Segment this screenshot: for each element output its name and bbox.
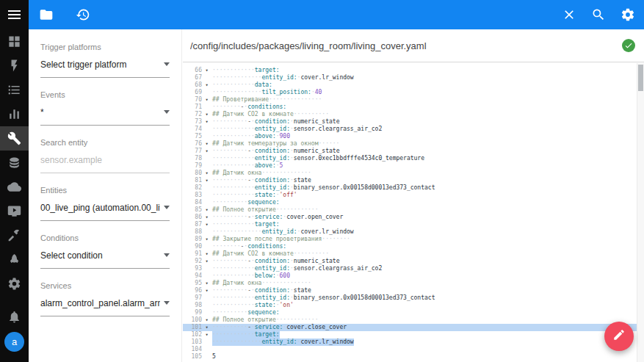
fold-arrow-icon[interactable]: ▾: [202, 140, 211, 148]
menu-icon[interactable]: [0, 4, 29, 25]
fold-arrow-icon[interactable]: ▾: [202, 331, 211, 339]
code-line[interactable]: 96▾··········-·condition:·state: [183, 287, 637, 294]
code-line[interactable]: 84··········sequence:: [183, 199, 637, 206]
code-line[interactable]: 89▾## Закрытие после проветривания······…: [183, 236, 637, 243]
chart-icon[interactable]: [0, 102, 29, 126]
code-line[interactable]: 86▾··········-·service:·cover.open_cover: [183, 214, 637, 221]
close-icon[interactable]: [562, 7, 576, 22]
code-line[interactable]: 97············entity_id:·binary_sensor.0…: [183, 294, 637, 302]
fold-arrow-icon[interactable]: ▾: [202, 111, 211, 118]
fold-arrow-icon[interactable]: ▾: [202, 316, 211, 324]
code-line[interactable]: 81▾··········-·condition:·state: [183, 177, 637, 184]
code-line[interactable]: 66▾············target:: [183, 67, 637, 74]
code-line[interactable]: 101▾··········-·service:·cover.close_cov…: [183, 324, 637, 331]
line-number: 80: [183, 170, 202, 177]
code-line[interactable]: 76▾## Датчик температуры за окном······: [183, 140, 637, 148]
server-icon[interactable]: [0, 151, 29, 175]
trigger-platform-select[interactable]: Trigger platforms Select trigger platfor…: [40, 43, 170, 78]
fold-arrow-icon[interactable]: ▾: [202, 67, 211, 74]
code-line[interactable]: 67··············entity_id:·cover.lr_wind…: [183, 74, 637, 82]
code-line[interactable]: 87▾············target:: [183, 221, 637, 228]
media-icon[interactable]: [0, 199, 29, 223]
fold-arrow-icon[interactable]: ▾: [202, 258, 211, 265]
search-entity-input[interactable]: sensor.example: [40, 155, 160, 165]
edit-fab[interactable]: [604, 322, 634, 351]
cloud-icon[interactable]: [0, 175, 29, 199]
code-line[interactable]: 100▾## Полное открытие············: [183, 316, 637, 324]
code-line[interactable]: 82············entity_id:·binary_sensor.0…: [183, 184, 637, 192]
events-select[interactable]: Events *: [40, 90, 170, 126]
fold-arrow-icon[interactable]: ▾: [202, 148, 211, 155]
fold-arrow-icon[interactable]: ▾: [202, 324, 211, 331]
code-line[interactable]: 80▾## Датчик окна··············: [183, 170, 637, 177]
fold-gutter: [202, 104, 211, 111]
code-line[interactable]: 74············entity_id:·sensor.cleargra…: [183, 126, 637, 133]
fold-arrow-icon[interactable]: ▾: [202, 96, 211, 104]
code-line[interactable]: 1055: [183, 353, 637, 361]
avatar[interactable]: a: [4, 332, 24, 352]
code-line[interactable]: 88··············entity_id:·cover.lr_wind…: [183, 228, 637, 236]
line-number: 87: [183, 221, 202, 228]
code-line[interactable]: 72▾## Датчик CO2 в комнате··········: [183, 111, 637, 118]
scrollbar-thumb[interactable]: [638, 65, 643, 91]
conditions-select[interactable]: Conditions Select condition: [40, 234, 170, 269]
apps-icon[interactable]: [0, 29, 29, 54]
gear-icon[interactable]: [0, 272, 29, 296]
entities-select[interactable]: Entities 00_live_ping (automation.00_liv…: [40, 186, 170, 221]
flash-icon[interactable]: [0, 54, 29, 78]
code-line[interactable]: 104: [183, 346, 637, 353]
folder-icon[interactable]: [39, 7, 54, 22]
code-line[interactable]: 91▾## Датчик CO2 в комнате··········: [183, 250, 637, 258]
fold-gutter: [202, 302, 211, 309]
code-line[interactable]: 98············state:·'on': [183, 302, 637, 309]
field-value: Select trigger platform: [40, 59, 160, 70]
code-line[interactable]: 73▾··········-·condition:·numeric_state: [183, 118, 637, 126]
code-line[interactable]: 69··············tilt_position:·40: [183, 89, 637, 96]
search-entity-field[interactable]: Search entity sensor.example: [40, 138, 170, 173]
code-line[interactable]: 77▾··········-·condition:·numeric_state: [183, 148, 637, 155]
code-line[interactable]: 75············above:·900: [183, 133, 637, 140]
code-text: ## Закрытие после проветривания········: [212, 236, 350, 243]
code-line[interactable]: 92▾··········-·condition:·numeric_state: [183, 258, 637, 265]
code-line[interactable]: 79············above:·5: [183, 162, 637, 170]
code-line[interactable]: 78············entity_id:·sensor.0xec1bbd…: [183, 155, 637, 162]
code-line[interactable]: 103··············entity_id:·cover.lr_win…: [183, 339, 637, 346]
file-path[interactable]: /config/includes/packages/living_room/li…: [190, 40, 427, 51]
code-line[interactable]: 68▾············data:: [183, 82, 637, 89]
services-select[interactable]: Services alarm_control_panel.alarm_arm_a…: [40, 281, 170, 316]
line-number: 81: [183, 177, 202, 184]
bell-icon[interactable]: [0, 305, 29, 329]
search-icon[interactable]: [591, 7, 606, 22]
fold-arrow-icon[interactable]: ▾: [202, 177, 211, 184]
fold-arrow-icon[interactable]: ▾: [202, 287, 211, 294]
code-line[interactable]: 94············below:·600: [183, 272, 637, 280]
code-line[interactable]: 99··········sequence:: [183, 309, 637, 316]
fold-arrow-icon[interactable]: ▾: [202, 206, 211, 214]
code-line[interactable]: 85▾## Полное открытие············: [183, 206, 637, 214]
list-icon[interactable]: [0, 78, 29, 102]
fold-arrow-icon[interactable]: ▾: [202, 250, 211, 258]
history-icon[interactable]: [76, 7, 90, 22]
fold-arrow-icon[interactable]: ▾: [202, 236, 211, 243]
fold-arrow-icon[interactable]: ▾: [202, 82, 211, 89]
fold-arrow-icon[interactable]: ▾: [202, 214, 211, 221]
code-text: ## Датчик окна··············: [212, 170, 311, 177]
fold-arrow-icon[interactable]: ▾: [202, 221, 211, 228]
code-lines[interactable]: 66▾············target:67··············en…: [183, 63, 637, 362]
code-line[interactable]: 95▾## Датчик окна··············: [183, 280, 637, 287]
settings-icon[interactable]: [621, 7, 635, 22]
code-line[interactable]: 90········-·conditions:: [183, 243, 637, 250]
code-line[interactable]: 83············state:·'off': [183, 192, 637, 199]
code-line[interactable]: 71········-·conditions:: [183, 104, 637, 111]
editor-scrollbar[interactable]: [637, 63, 644, 362]
code-line[interactable]: 93············entity_id:·sensor.cleargra…: [183, 265, 637, 272]
rocket-icon[interactable]: [0, 247, 29, 272]
line-number: 78: [183, 155, 202, 162]
code-line[interactable]: 102▾············target:: [183, 331, 637, 339]
fold-arrow-icon[interactable]: ▾: [202, 280, 211, 287]
wrench-icon[interactable]: [0, 126, 29, 151]
fold-arrow-icon[interactable]: ▾: [202, 118, 211, 126]
code-line[interactable]: 70▾## Проветривание···············: [183, 96, 637, 104]
tools-icon[interactable]: [0, 223, 29, 247]
fold-arrow-icon[interactable]: ▾: [202, 170, 211, 177]
